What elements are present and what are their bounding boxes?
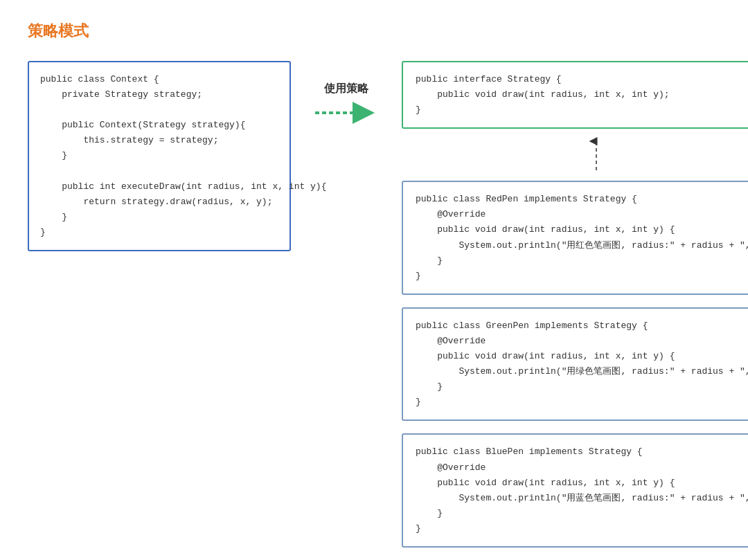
right-arrow-icon: [315, 102, 377, 124]
redpen-code: public class RedPen implements Strategy …: [416, 192, 748, 284]
middle-section: 使用策略: [291, 61, 402, 124]
greenpen-panel: public class GreenPen implements Strateg…: [402, 307, 748, 422]
interface-panel: public interface Strategy { public void …: [402, 61, 748, 129]
bluepen-code: public class BluePen implements Strategy…: [416, 444, 748, 536]
right-section: public interface Strategy { public void …: [402, 61, 748, 548]
interface-section: public interface Strategy { public void …: [402, 61, 748, 129]
greenpen-code: public class GreenPen implements Strateg…: [416, 318, 748, 410]
bluepen-panel: public class BluePen implements Strategy…: [402, 433, 748, 548]
dashed-up-arrow-icon: [589, 136, 603, 174]
context-code: public class Context { private Strategy …: [40, 72, 278, 240]
context-panel: public class Context { private Strategy …: [28, 61, 291, 251]
dashed-arrow-container: [402, 136, 748, 174]
diagram-area: public class Context { private Strategy …: [28, 61, 720, 548]
page-title: 策略模式: [28, 21, 720, 42]
redpen-panel: public class RedPen implements Strategy …: [402, 181, 748, 295]
interface-code: public interface Strategy { public void …: [416, 72, 748, 118]
use-strategy-label: 使用策略: [324, 82, 368, 96]
